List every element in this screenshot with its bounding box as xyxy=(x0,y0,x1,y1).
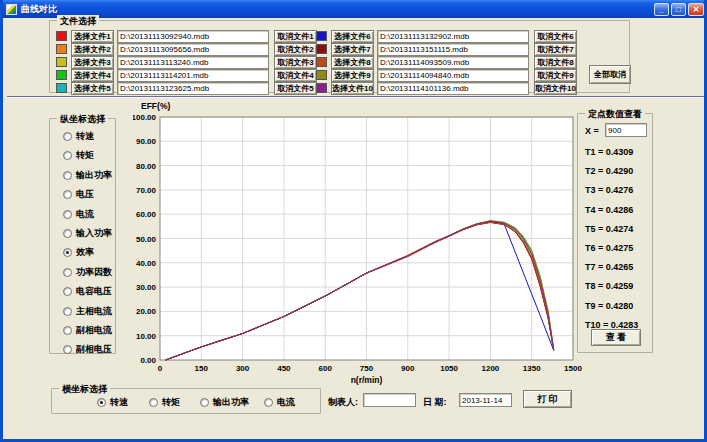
y-axis-option[interactable]: 功率因数 xyxy=(63,266,112,279)
file-color-swatch xyxy=(56,44,67,54)
y-tick-label: 0.00 xyxy=(140,356,156,365)
x-tick-label: 1350 xyxy=(523,364,541,373)
cancel-file-button[interactable]: 取消文件1 xyxy=(274,30,317,43)
file-path-input[interactable] xyxy=(117,43,269,56)
y-axis-option-label: 输入功率 xyxy=(76,227,112,240)
radio-icon xyxy=(63,307,72,316)
select-file-button[interactable]: 选择文件9 xyxy=(331,69,374,82)
y-axis-option[interactable]: 效率 xyxy=(63,246,94,259)
y-axis-option[interactable]: 转矩 xyxy=(63,149,94,162)
y-axis-option[interactable]: 输入功率 xyxy=(63,227,112,240)
x-axis-option[interactable]: 转速 xyxy=(97,396,128,409)
y-axis-group-label: 纵坐标选择 xyxy=(57,113,108,126)
cancel-all-button[interactable]: 全部取消 xyxy=(589,65,631,84)
select-file-button[interactable]: 选择文件6 xyxy=(331,30,374,43)
radio-icon xyxy=(63,132,72,141)
maximize-button[interactable]: □ xyxy=(671,3,686,16)
y-axis-option-label: 电压 xyxy=(76,188,94,201)
date-input[interactable] xyxy=(459,393,512,407)
y-axis-option[interactable]: 电压 xyxy=(63,188,94,201)
cancel-file-button[interactable]: 取消文件8 xyxy=(534,56,577,69)
file-path-input[interactable] xyxy=(377,56,529,69)
radio-icon xyxy=(63,151,72,160)
view-button[interactable]: 查 看 xyxy=(591,329,641,346)
point-value: T8 = 0.4259 xyxy=(585,281,633,291)
y-axis-option[interactable]: 转速 xyxy=(63,130,94,143)
point-view-group-label: 定点数值查看 xyxy=(585,108,645,121)
app-icon xyxy=(6,4,17,15)
file-path-input[interactable] xyxy=(377,69,529,82)
y-tick-label: 50.00 xyxy=(136,235,157,244)
radio-icon xyxy=(97,398,106,407)
y-tick-label: 70.00 xyxy=(136,186,157,195)
print-button[interactable]: 打 印 xyxy=(523,390,572,408)
maker-label: 制表人: xyxy=(328,396,358,409)
select-file-button[interactable]: 选择文件1 xyxy=(71,30,114,43)
y-tick-label: 10.00 xyxy=(136,332,157,341)
cancel-file-button[interactable]: 取消文件6 xyxy=(534,30,577,43)
y-axis-option-label: 电流 xyxy=(76,208,94,221)
y-axis-option[interactable]: 副相电流 xyxy=(63,324,112,337)
x-axis-option[interactable]: 电流 xyxy=(264,396,295,409)
point-value: T4 = 0.4286 xyxy=(585,205,633,215)
file-path-input[interactable] xyxy=(377,43,529,56)
file-color-swatch xyxy=(316,31,327,41)
point-value: T2 = 0.4290 xyxy=(585,166,633,176)
y-tick-label: 20.00 xyxy=(136,307,157,316)
x-tick-label: 750 xyxy=(360,364,374,373)
point-view-group: 定点数值查看 X = T1 = 0.4309T2 = 0.4290T3 = 0.… xyxy=(577,113,653,353)
maker-input[interactable] xyxy=(363,393,416,407)
cancel-file-button[interactable]: 取消文件4 xyxy=(274,69,317,82)
file-color-swatch xyxy=(316,57,327,67)
point-value: T9 = 0.4280 xyxy=(585,301,633,311)
cancel-file-button[interactable]: 取消文件2 xyxy=(274,43,317,56)
y-axis-option[interactable]: 电流 xyxy=(63,208,94,221)
cancel-file-button[interactable]: 取消文件5 xyxy=(274,82,317,95)
y-axis-option-label: 效率 xyxy=(76,246,94,259)
x-axis-option-label: 输出功率 xyxy=(213,396,249,409)
x-axis-title: n(r/min) xyxy=(351,375,383,385)
point-value: T7 = 0.4265 xyxy=(585,262,633,272)
window-title: 曲线对比 xyxy=(21,3,57,16)
file-color-swatch xyxy=(316,70,327,80)
y-axis-option[interactable]: 副相电压 xyxy=(63,343,112,356)
y-tick-label: 60.00 xyxy=(136,210,157,219)
x-axis-group: 横坐标选择 转速转矩输出功率电流 xyxy=(51,388,321,414)
file-color-swatch xyxy=(316,44,327,54)
file-path-input[interactable] xyxy=(377,82,529,95)
select-file-button[interactable]: 选择文件2 xyxy=(71,43,114,56)
cancel-file-button[interactable]: 取消文件9 xyxy=(534,69,577,82)
file-path-input[interactable] xyxy=(117,30,269,43)
x-axis-option[interactable]: 转矩 xyxy=(149,396,180,409)
x-value-input[interactable] xyxy=(605,123,647,137)
x-axis-option[interactable]: 输出功率 xyxy=(200,396,249,409)
select-file-button[interactable]: 选择文件10 xyxy=(331,82,374,95)
radio-icon xyxy=(149,398,158,407)
minimize-button[interactable]: _ xyxy=(654,3,669,16)
y-tick-label: 90.00 xyxy=(136,137,157,146)
select-file-button[interactable]: 选择文件4 xyxy=(71,69,114,82)
y-axis-option-label: 副相电流 xyxy=(76,324,112,337)
select-file-button[interactable]: 选择文件3 xyxy=(71,56,114,69)
close-button[interactable]: ✕ xyxy=(688,3,704,16)
file-path-input[interactable] xyxy=(117,69,269,82)
cancel-file-button[interactable]: 取消文件7 xyxy=(534,43,577,56)
y-axis-option[interactable]: 电容电压 xyxy=(63,285,112,298)
file-path-input[interactable] xyxy=(117,56,269,69)
file-path-input[interactable] xyxy=(377,30,529,43)
select-file-button[interactable]: 选择文件8 xyxy=(331,56,374,69)
x-tick-label: 1050 xyxy=(440,364,458,373)
select-file-button[interactable]: 选择文件7 xyxy=(331,43,374,56)
cancel-file-button[interactable]: 取消文件10 xyxy=(534,82,577,95)
file-color-swatch xyxy=(316,83,327,93)
y-axis-option[interactable]: 主相电流 xyxy=(63,305,112,318)
file-path-input[interactable] xyxy=(117,82,269,95)
x-tick-label: 600 xyxy=(319,364,333,373)
y-tick-label: 40.00 xyxy=(136,259,157,268)
cancel-file-button[interactable]: 取消文件3 xyxy=(274,56,317,69)
select-file-button[interactable]: 选择文件5 xyxy=(71,82,114,95)
y-axis-option[interactable]: 输出功率 xyxy=(63,169,112,182)
x-tick-label: 1500 xyxy=(564,364,582,373)
x-tick-label: 1200 xyxy=(482,364,500,373)
x-tick-label: 450 xyxy=(277,364,291,373)
